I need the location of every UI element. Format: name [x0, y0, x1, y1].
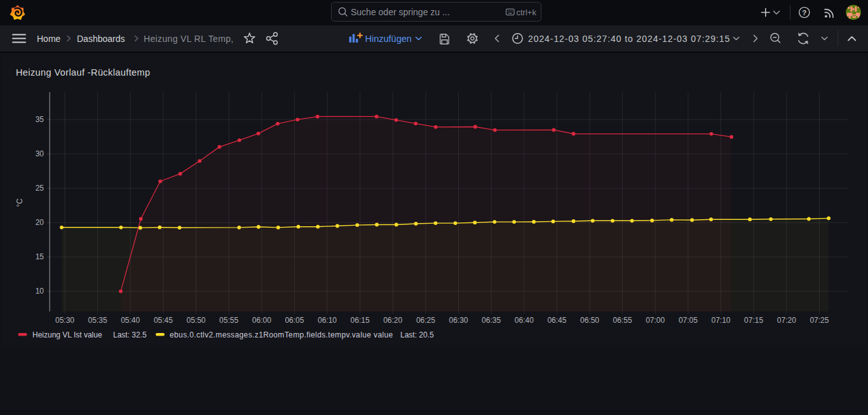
svg-text:Home: Home	[37, 34, 61, 44]
svg-text:05:35: 05:35	[88, 316, 107, 325]
svg-text:05:40: 05:40	[121, 316, 140, 325]
svg-text:ctrl+k: ctrl+k	[517, 8, 537, 17]
svg-text:07:10: 07:10	[711, 316, 730, 325]
svg-text:Heizung VL Ist value: Heizung VL Ist value	[32, 330, 102, 339]
svg-text:06:00: 06:00	[252, 316, 271, 325]
svg-text:2024-12-03 05:27:40 to 2024-12: 2024-12-03 05:27:40 to 2024-12-03 07:29:…	[528, 34, 730, 44]
svg-text:05:55: 05:55	[219, 316, 238, 325]
svg-text:06:40: 06:40	[515, 316, 534, 325]
svg-text:05:45: 05:45	[154, 316, 173, 325]
svg-text:20: 20	[36, 218, 44, 227]
svg-text:Dashboards: Dashboards	[77, 34, 125, 44]
svg-text:05:50: 05:50	[186, 316, 205, 325]
svg-text:05:30: 05:30	[55, 316, 74, 325]
svg-text:07:25: 07:25	[810, 316, 829, 325]
svg-text:07:05: 07:05	[679, 316, 698, 325]
svg-text:07:20: 07:20	[777, 316, 796, 325]
svg-text:06:35: 06:35	[482, 316, 501, 325]
svg-text:06:25: 06:25	[416, 316, 435, 325]
svg-text:Last: 20.5: Last: 20.5	[400, 330, 434, 339]
svg-text:35: 35	[36, 115, 44, 124]
svg-text:Suche oder springe zu ...: Suche oder springe zu ...	[351, 7, 450, 17]
svg-text:Heizung Vorlauf -Rücklauftemp: Heizung Vorlauf -Rücklauftemp	[16, 67, 150, 78]
svg-text:06:10: 06:10	[318, 316, 337, 325]
svg-text:°C: °C	[15, 198, 24, 207]
svg-text:06:30: 06:30	[449, 316, 468, 325]
svg-text:06:20: 06:20	[383, 316, 402, 325]
svg-text:06:50: 06:50	[580, 316, 599, 325]
svg-text:06:55: 06:55	[613, 316, 632, 325]
svg-text:Heizung VL RL Temp,: Heizung VL RL Temp,	[144, 34, 234, 44]
svg-text:ebus.0.ctlv2.messages.z1RoomTe: ebus.0.ctlv2.messages.z1RoomTemp.fields.…	[170, 330, 393, 339]
svg-text:10: 10	[36, 287, 44, 296]
svg-text:Hinzufügen: Hinzufügen	[365, 34, 412, 44]
svg-text:06:05: 06:05	[285, 316, 304, 325]
svg-text:06:45: 06:45	[547, 316, 566, 325]
svg-text:07:00: 07:00	[646, 316, 665, 325]
svg-text:06:15: 06:15	[351, 316, 370, 325]
svg-text:Last: 32.5: Last: 32.5	[113, 330, 147, 339]
svg-text:07:15: 07:15	[744, 316, 763, 325]
svg-text:30: 30	[36, 149, 44, 158]
svg-text:15: 15	[36, 252, 44, 261]
svg-text:?: ?	[802, 9, 806, 17]
svg-text:25: 25	[36, 184, 44, 193]
